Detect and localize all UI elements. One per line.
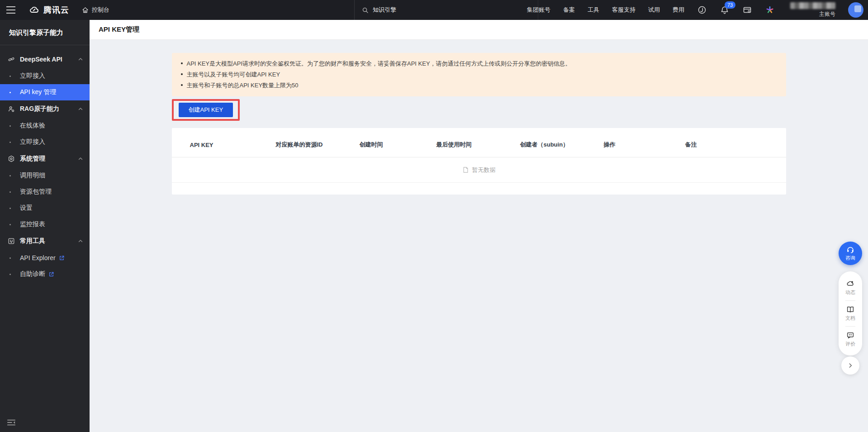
sidebar-title: 知识引擎原子能力 <box>0 20 90 45</box>
sidebar-item-label: 自助诊断 <box>20 270 45 278</box>
sidebar-item-call-details[interactable]: 调用明细 <box>0 167 90 184</box>
sidebar-group-system-management[interactable]: 系统管理 <box>0 150 90 167</box>
notice-banner: API KEY是大模型API请求时的安全鉴权凭证。为了您的财产和服务安全，请妥善… <box>172 53 786 96</box>
notice-text: API KEY是大模型API请求时的安全鉴权凭证。为了您的财产和服务安全，请妥善… <box>187 58 571 69</box>
book-icon <box>846 305 854 313</box>
chevron-up-icon <box>78 106 83 112</box>
helper-pill: 动态 文档 评价 <box>839 271 862 356</box>
pinwheel-apps-icon[interactable] <box>765 5 775 15</box>
notification-badge: 73 <box>725 1 735 9</box>
brand-logo[interactable]: 腾讯云 <box>29 5 69 15</box>
avatar[interactable] <box>848 2 863 18</box>
chevron-up-icon <box>78 156 83 161</box>
nav-support[interactable]: 客服支持 <box>612 6 636 14</box>
notice-line: API KEY是大模型API请求时的安全鉴权凭证。为了您的财产和服务安全，请妥善… <box>181 58 777 69</box>
column-created-time: 创建时间 <box>360 141 436 149</box>
consult-button[interactable]: 咨询 <box>839 242 862 265</box>
sidebar-item-instant-access-rag[interactable]: 立即接入 <box>0 134 90 150</box>
sidebar-group-rag[interactable]: RAG原子能力 <box>0 100 90 118</box>
page-header: API KEY管理 <box>90 20 868 40</box>
empty-text: 暂无数据 <box>472 166 496 174</box>
toolbox-icon <box>8 237 15 245</box>
column-last-used-time: 最后使用时间 <box>436 141 520 149</box>
sidebar-item-self-diagnosis[interactable]: 自助诊断 <box>0 266 90 282</box>
docs-button[interactable]: 文档 <box>845 303 855 324</box>
brand-name: 腾讯云 <box>43 5 69 15</box>
feedback-chat-icon <box>846 331 854 339</box>
billing-center-icon[interactable] <box>742 5 752 15</box>
chevron-right-icon <box>847 362 854 369</box>
sidebar-item-instant-access-deepseek[interactable]: 立即接入 <box>0 68 90 84</box>
sidebar-item-label: 资源包管理 <box>20 188 52 196</box>
table-header-row: API KEY 对应账单的资源ID 创建时间 最后使用时间 创建者（subuin… <box>172 133 786 157</box>
consult-label: 咨询 <box>845 255 855 261</box>
table-empty-state: 暂无数据 <box>172 157 786 183</box>
home-icon <box>82 7 89 14</box>
assistant-icon[interactable] <box>697 5 707 15</box>
empty-document-icon <box>462 166 469 173</box>
sidebar-item-label: 监控报表 <box>20 220 45 228</box>
column-api-key: API KEY <box>190 142 276 148</box>
notice-text: 主账号以及子账号均可创建API KEY <box>187 69 280 80</box>
sidebar-item-settings[interactable]: 设置 <box>0 200 90 216</box>
divider <box>845 300 855 301</box>
column-operation: 操作 <box>604 141 685 149</box>
console-link[interactable]: 控制台 <box>82 6 109 14</box>
sidebar: 知识引擎原子能力 DeepSeek API 立即接入 API key 管理 <box>0 20 90 432</box>
search-input[interactable]: 知识引擎 <box>354 0 538 20</box>
nav-trial[interactable]: 试用 <box>648 6 660 14</box>
news-button[interactable]: 动态 <box>845 277 855 299</box>
create-api-key-button[interactable]: 创建API KEY <box>179 103 233 117</box>
notice-text: 主账号和子账号的总API KEY数量上限为50 <box>187 80 299 91</box>
nav-group-account[interactable]: 集团账号 <box>527 6 550 14</box>
sidebar-group-label: RAG原子能力 <box>20 105 78 113</box>
feedback-label: 评价 <box>845 341 855 347</box>
page-title: API KEY管理 <box>99 25 139 34</box>
sidebar-item-label: 调用明细 <box>20 171 45 180</box>
sidebar-item-label: 立即接入 <box>20 138 45 146</box>
external-link-icon <box>48 271 54 277</box>
sidebar-group-deepseek-api[interactable]: DeepSeek API <box>0 51 90 68</box>
sidebar-item-api-explorer[interactable]: API Explorer <box>0 250 90 266</box>
sidebar-item-resource-pack-management[interactable]: 资源包管理 <box>0 184 90 200</box>
chevron-up-icon <box>78 238 83 244</box>
sidebar-item-online-experience[interactable]: 在线体验 <box>0 118 90 134</box>
system-settings-icon <box>8 155 15 162</box>
news-label: 动态 <box>845 289 855 296</box>
sidebar-group-common-tools[interactable]: 常用工具 <box>0 233 90 250</box>
sidebar-group-label: 常用工具 <box>20 237 78 245</box>
notice-line: 主账号以及子账号均可创建API KEY <box>181 69 777 80</box>
console-label: 控制台 <box>92 6 109 14</box>
nav-billing[interactable]: 费用 <box>673 6 684 14</box>
headset-icon <box>846 246 854 254</box>
sidebar-group-label: 系统管理 <box>20 155 78 163</box>
nav-icp-filing[interactable]: 备案 <box>563 6 575 14</box>
notice-line: 主账号和子账号的总API KEY数量上限为50 <box>181 80 777 91</box>
sidebar-item-monitoring-reports[interactable]: 监控报表 <box>0 216 90 233</box>
red-highlight-annotation: 创建API KEY <box>172 99 240 121</box>
external-link-icon <box>59 255 65 261</box>
hamburger-menu-icon[interactable] <box>0 0 20 20</box>
notification-bell-icon[interactable]: 73 <box>720 5 730 15</box>
docs-label: 文档 <box>845 315 855 322</box>
main-content: API KEY是大模型API请求时的安全鉴权凭证。为了您的财产和服务安全，请妥善… <box>90 40 868 432</box>
column-resource-id: 对应账单的资源ID <box>276 141 360 149</box>
feedback-button[interactable]: 评价 <box>845 328 855 350</box>
nav-tools[interactable]: 工具 <box>588 6 599 14</box>
rag-users-icon <box>8 105 15 113</box>
chevron-up-icon <box>78 57 83 62</box>
account-role-label: 主账号 <box>819 10 835 18</box>
sidebar-item-label: 立即接入 <box>20 72 45 80</box>
account-menu[interactable]: 主账号 <box>790 2 835 18</box>
sidebar-group-label: DeepSeek API <box>20 56 78 63</box>
column-remark: 备注 <box>685 141 786 149</box>
divider <box>845 326 855 327</box>
sidebar-item-api-key-management[interactable]: API key 管理 <box>0 84 90 100</box>
sidebar-item-label: API Explorer <box>20 254 56 261</box>
sidebar-item-label: 在线体验 <box>20 122 45 130</box>
account-name-redacted <box>790 2 835 9</box>
sidebar-item-label: API key 管理 <box>20 88 56 96</box>
expand-panel-button[interactable] <box>841 356 859 375</box>
sidebar-item-label: 设置 <box>20 204 33 212</box>
sidebar-collapse-icon[interactable] <box>6 418 16 427</box>
